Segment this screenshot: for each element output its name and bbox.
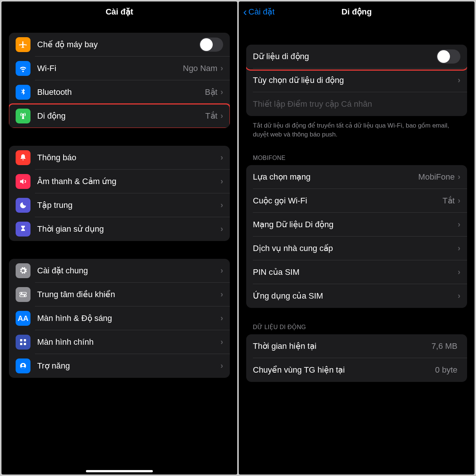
row-label: Dịch vụ nhà cung cấp: [253, 244, 458, 253]
row-datanetwork[interactable]: Mạng Dữ liệu Di động›: [246, 213, 467, 237]
row-sounds[interactable]: Âm thanh & Cảm ứng›: [9, 170, 230, 193]
chevron-right-icon: ›: [458, 291, 460, 301]
chevron-right-icon: ›: [221, 290, 223, 299]
gear-icon: [16, 263, 30, 278]
row-label: Ứng dụng của SIM: [253, 291, 458, 301]
row-label: Wi-Fi: [37, 64, 183, 73]
row-bluetooth[interactable]: BluetoothBật›: [9, 80, 230, 104]
row-dataoptions[interactable]: Tùy chọn dữ liệu di động›: [246, 68, 467, 92]
row-label: Thiết lập Điểm truy cập Cá nhân: [253, 99, 460, 109]
row-value: Tắt: [205, 111, 218, 121]
row-value: 7,6 MB: [431, 341, 457, 351]
home-indicator[interactable]: [86, 470, 153, 472]
row-carrier[interactable]: Dịch vụ nhà cung cấp›: [246, 237, 467, 260]
row-label: Chế độ máy bay: [37, 40, 199, 49]
row-homescreen[interactable]: Màn hình chính›: [9, 330, 230, 354]
moon-icon: [16, 198, 30, 213]
row-label: Chuyển vùng TG hiện tại: [253, 365, 435, 375]
row-screentime[interactable]: Thời gian sử dụng›: [9, 217, 230, 241]
right-cellular-screen: ‹ Cài đặt Di động Dữ liệu di độngTùy chọ…: [239, 1, 475, 475]
chevron-right-icon: ›: [221, 337, 223, 347]
chevron-right-icon: ›: [221, 64, 223, 73]
row-airplane[interactable]: Chế độ máy bay: [9, 33, 230, 57]
row-controlcenter[interactable]: Trung tâm điều khiển›: [9, 283, 230, 306]
row-label: Cuộc gọi Wi-Fi: [253, 196, 443, 206]
svg-point-1: [21, 293, 22, 294]
row-label: Tập trung: [37, 200, 221, 210]
chevron-right-icon: ›: [221, 87, 223, 97]
row-label: Thông báo: [37, 153, 221, 163]
nav-bar: ‹ Cài đặt Di động: [239, 1, 475, 22]
row-label: Trung tâm điều khiển: [37, 290, 221, 299]
row-simpin[interactable]: PIN của SIM›: [246, 260, 467, 284]
antenna-icon: [16, 109, 30, 123]
chevron-right-icon: ›: [458, 220, 460, 229]
row-network[interactable]: Lựa chọn mạngMobiFone›: [246, 165, 467, 189]
section-header-carrier: MOBIFONE: [246, 148, 467, 165]
chevron-right-icon: ›: [221, 200, 223, 210]
row-label: Lựa chọn mạng: [253, 172, 418, 182]
section-header-data: DỮ LIỆU DI ĐỘNG: [246, 317, 467, 334]
row-value: Ngo Nam: [183, 64, 218, 73]
svg-rect-0: [20, 292, 26, 294]
row-display[interactable]: AAMàn hình & Độ sáng›: [9, 306, 230, 330]
row-focus[interactable]: Tập trung›: [9, 193, 230, 217]
chevron-right-icon: ›: [458, 244, 460, 253]
row-label: Cài đặt chung: [37, 266, 221, 276]
hourglass-icon: [16, 222, 30, 237]
chevron-right-icon: ›: [458, 267, 460, 277]
bell-icon: [16, 150, 30, 165]
wifi-icon: [16, 61, 30, 76]
person-icon: [16, 358, 30, 373]
back-button[interactable]: ‹ Cài đặt: [243, 6, 274, 17]
chevron-right-icon: ›: [221, 224, 223, 234]
row-label: Trợ năng: [37, 361, 221, 371]
row-wificall[interactable]: Cuộc gọi Wi-FiTắt›: [246, 189, 467, 213]
bluetooth-icon: [16, 85, 30, 100]
grid-icon: [16, 335, 30, 350]
row-value: MobiFone: [418, 172, 455, 182]
svg-point-3: [24, 295, 25, 297]
row-label: Dữ liệu di động: [253, 52, 437, 61]
chevron-right-icon: ›: [221, 361, 223, 371]
row-accessibility[interactable]: Trợ năng›: [9, 354, 230, 378]
row-label: Tùy chọn dữ liệu di động: [253, 75, 458, 85]
speaker-icon: [16, 174, 30, 189]
row-value: 0 byte: [435, 365, 457, 375]
chevron-right-icon: ›: [458, 196, 460, 206]
chevron-right-icon: ›: [221, 153, 223, 163]
row-label: PIN của SIM: [253, 267, 458, 277]
row-cellular[interactable]: Di độngTắt›: [9, 104, 230, 128]
toggle-switch[interactable]: [437, 49, 460, 64]
aa-icon: AA: [16, 311, 30, 326]
row-simapps[interactable]: Ứng dụng của SIM›: [246, 284, 467, 308]
footer-description: Tắt dữ liệu di động để truyền tất cả dữ …: [246, 116, 467, 139]
toggle-switch[interactable]: [199, 38, 223, 52]
row-label: Màn hình & Độ sáng: [37, 313, 221, 323]
chevron-right-icon: ›: [221, 111, 223, 121]
row-wifi[interactable]: Wi-FiNgo Nam›: [9, 57, 230, 80]
left-settings-screen: Cài đặt Chế độ máy bayWi-FiNgo Nam›Bluet…: [1, 1, 237, 475]
page-title: Cài đặt: [106, 7, 133, 17]
chevron-left-icon: ‹: [243, 6, 247, 17]
row-notifications[interactable]: Thông báo›: [9, 146, 230, 170]
chevron-right-icon: ›: [458, 172, 460, 182]
switches-icon: [16, 287, 30, 302]
row-label: Di động: [37, 111, 205, 121]
row-label: Âm thanh & Cảm ứng: [37, 177, 221, 186]
page-title: Di động: [341, 7, 372, 17]
row-general[interactable]: Cài đặt chung›: [9, 259, 230, 283]
chevron-right-icon: ›: [221, 266, 223, 276]
chevron-right-icon: ›: [221, 177, 223, 186]
row-label: Màn hình chính: [37, 337, 221, 347]
row-label: Mạng Dữ liệu Di động: [253, 220, 458, 229]
row-hotspot: Thiết lập Điểm truy cập Cá nhân: [246, 92, 467, 116]
row-currentperiod[interactable]: Thời gian hiện tại7,6 MB: [246, 334, 467, 358]
nav-bar: Cài đặt: [1, 1, 237, 22]
row-mobiledata[interactable]: Dữ liệu di động: [246, 45, 467, 68]
row-roaming[interactable]: Chuyển vùng TG hiện tại0 byte: [246, 358, 467, 382]
airplane-icon: [16, 37, 30, 52]
row-value: Tắt: [443, 196, 455, 206]
row-label: Bluetooth: [37, 87, 205, 97]
row-label: Thời gian sử dụng: [37, 224, 221, 234]
